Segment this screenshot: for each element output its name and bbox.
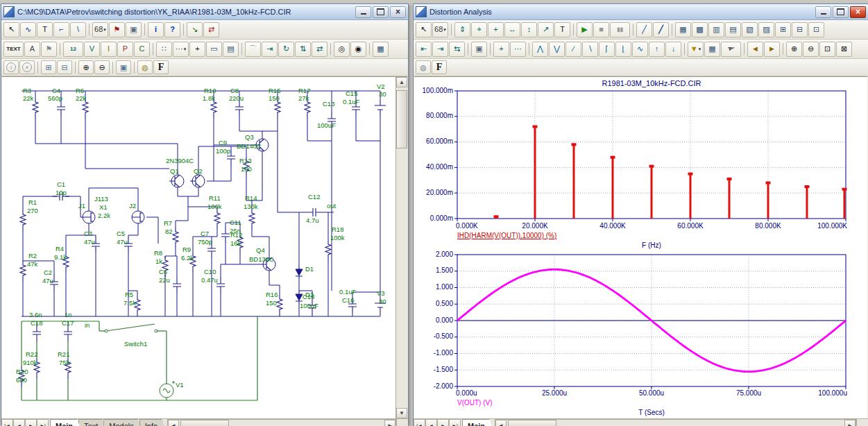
thick-line-icon[interactable]: ╱ xyxy=(653,22,669,37)
flag-mode-icon[interactable]: ⚑ xyxy=(109,22,125,37)
orthogonal-wire-icon[interactable]: ⌐ xyxy=(53,22,69,37)
scroll-up-icon[interactable]: ▲ xyxy=(396,77,407,87)
cursor-left-icon[interactable]: ⇤ xyxy=(416,42,432,57)
horizontal-scroll-thumb[interactable] xyxy=(508,420,556,426)
picture-mode-icon[interactable]: ▣ xyxy=(126,22,142,37)
scroll-left-icon[interactable]: ◄ xyxy=(168,420,179,426)
tab-scroll-next-button[interactable]: ► xyxy=(25,419,37,426)
text-mode-icon[interactable]: T xyxy=(37,22,53,37)
horizontal-scroll-thumb[interactable] xyxy=(180,420,229,426)
browser-icon[interactable]: ◍ xyxy=(137,60,153,74)
analysis-horizontal-scrollbar[interactable]: ◄ ► xyxy=(495,419,856,426)
run-icon[interactable]: ▶ xyxy=(577,22,593,37)
high-icon[interactable]: ⌈ xyxy=(599,42,615,57)
rotate-icon[interactable]: ↻ xyxy=(278,42,294,57)
schematic-window-titlebar[interactable]: C:\MC9\DATA\Petrov\switching distortion\… xyxy=(1,4,408,20)
tab-scroll-next-button[interactable]: ► xyxy=(437,419,449,426)
grid-display-icon[interactable]: ⋯▾ xyxy=(173,42,189,57)
tag-right-icon[interactable]: ► xyxy=(764,42,780,57)
scroll-right-icon[interactable]: ► xyxy=(844,420,856,426)
graphics-mode-icon[interactable]: 68▾ xyxy=(432,22,448,37)
point-to-end-paths-icon[interactable]: ↘ xyxy=(187,22,203,37)
tab-text[interactable]: Text xyxy=(78,419,107,426)
text-mode-icon[interactable]: T xyxy=(554,22,570,37)
tab-scroll-prev-button[interactable]: ◄ xyxy=(425,419,437,426)
title-block-icon[interactable]: ▤ xyxy=(223,42,239,57)
tab-models[interactable]: Models xyxy=(103,419,142,426)
vertical-tag-icon[interactable]: ↕ xyxy=(521,22,537,37)
zoom-in-icon[interactable]: ⊕ xyxy=(78,60,94,74)
analysis-window-titlebar[interactable]: Distortion Analysis × xyxy=(414,4,868,20)
cursor-right-icon[interactable]: ⇥ xyxy=(432,42,448,57)
scroll-down-icon[interactable]: ▼ xyxy=(396,408,407,418)
select-mode-icon[interactable]: ↖ xyxy=(416,22,432,37)
low-icon[interactable]: ⌊ xyxy=(615,42,631,57)
node-numbers-icon[interactable]: 12 xyxy=(63,42,83,57)
thumbnail-plot-icon[interactable]: ▣ xyxy=(471,42,487,57)
flip-horizontal-icon[interactable]: ⇄ xyxy=(312,42,327,57)
schematic-horizontal-scrollbar[interactable]: ◄ ► xyxy=(167,419,396,426)
solid-line-icon[interactable]: ╱ xyxy=(636,22,652,37)
tab-scroll-last-button[interactable]: ►| xyxy=(37,419,49,426)
diagonal-wire-icon[interactable]: \ xyxy=(70,22,86,37)
zoom-out-icon[interactable]: ⊖ xyxy=(803,42,819,57)
font-icon[interactable]: F xyxy=(432,60,447,74)
scroll-left-icon[interactable]: ◄ xyxy=(495,420,507,426)
stop-icon[interactable]: ■ xyxy=(593,22,609,37)
copy-schematic-icon[interactable]: ⊟ xyxy=(57,60,72,74)
text-display-icon[interactable]: TEXT xyxy=(3,42,24,57)
animate-icon[interactable]: ◍ xyxy=(416,60,431,74)
ruler-icon[interactable]: ▥ xyxy=(708,22,724,37)
tab-main[interactable]: Main xyxy=(50,419,82,426)
interpolate-icon[interactable]: ⋯ xyxy=(510,42,526,57)
vertical-grids-icon[interactable]: ▨ xyxy=(758,22,774,37)
cursor-mode-icon[interactable]: ⌖ xyxy=(471,22,487,37)
border-display-icon[interactable]: ▭ xyxy=(206,42,222,57)
vertical-scroll-thumb[interactable] xyxy=(396,90,407,148)
current-display-icon[interactable]: I xyxy=(101,42,117,57)
node-voltages-icon[interactable]: V xyxy=(84,42,100,57)
copy-picture-icon[interactable]: ⊞ xyxy=(41,60,56,74)
power-display-icon[interactable]: P xyxy=(117,42,133,57)
minimize-button[interactable] xyxy=(815,6,831,18)
horizontal-scroll-track[interactable] xyxy=(179,420,384,426)
plus-marks-icon[interactable]: ▤ xyxy=(725,22,741,37)
zoom-out-icon[interactable]: ⊖ xyxy=(94,60,110,74)
close-button[interactable]: × xyxy=(390,6,406,18)
tab-scroll-prev-button[interactable]: ◄ xyxy=(13,419,25,426)
info-page-icon[interactable]: i xyxy=(3,60,19,74)
find-icon[interactable]: ◎ xyxy=(334,42,350,57)
analysis-charts[interactable]: R1981-03M_10kHz-FCD.CIR100.000m80.000m60… xyxy=(414,77,867,417)
numeric-output-icon[interactable]: ▦ xyxy=(704,42,720,57)
font-icon[interactable]: F xyxy=(153,60,169,74)
component-list-icon[interactable]: 68▾ xyxy=(92,22,108,37)
horizontal-tag-icon[interactable]: ↔ xyxy=(504,22,520,37)
point-to-point-paths-icon[interactable]: ⇄ xyxy=(203,22,219,37)
select-mode-icon[interactable]: ↖ xyxy=(3,22,19,37)
pin-connections-icon[interactable]: ∷ xyxy=(156,42,172,57)
close-button[interactable]: × xyxy=(850,6,866,18)
zoom-window-icon[interactable]: ⊡ xyxy=(819,42,835,57)
baseline-display-icon[interactable]: ⊟ xyxy=(792,22,808,37)
repeat-find-icon[interactable]: ◉ xyxy=(350,42,366,57)
point-tag-icon[interactable]: + xyxy=(488,22,504,37)
peak-icon[interactable]: ⋀ xyxy=(532,42,548,57)
valley-icon[interactable]: ⋁ xyxy=(549,42,565,57)
tag-left-icon[interactable]: ◄ xyxy=(747,42,763,57)
minor-log-grids-icon[interactable]: ⊞ xyxy=(775,22,791,37)
slope-down-icon[interactable]: ∖ xyxy=(582,42,598,57)
wire-mode-icon[interactable]: ∿ xyxy=(20,22,36,37)
attribute-text-icon[interactable]: A xyxy=(24,42,40,57)
resize-grip-icon[interactable]: ◢ xyxy=(396,419,408,426)
maximize-button[interactable] xyxy=(373,6,389,18)
resize-grip-icon[interactable]: ◢ xyxy=(856,419,868,426)
flag-display-icon[interactable]: ⚑ xyxy=(41,42,57,57)
model-editor-icon[interactable]: ▦ xyxy=(373,42,389,57)
inflection-icon[interactable]: ∿ xyxy=(632,42,648,57)
tab-scroll-first-button[interactable]: |◄ xyxy=(414,419,425,426)
performance-tag-icon[interactable]: ↗ xyxy=(538,22,554,37)
help-page-icon[interactable]: × xyxy=(19,60,35,74)
tab-scroll-last-button[interactable]: ►| xyxy=(449,419,461,426)
condition-display-icon[interactable]: C xyxy=(134,42,150,57)
minimize-button[interactable] xyxy=(355,6,371,18)
